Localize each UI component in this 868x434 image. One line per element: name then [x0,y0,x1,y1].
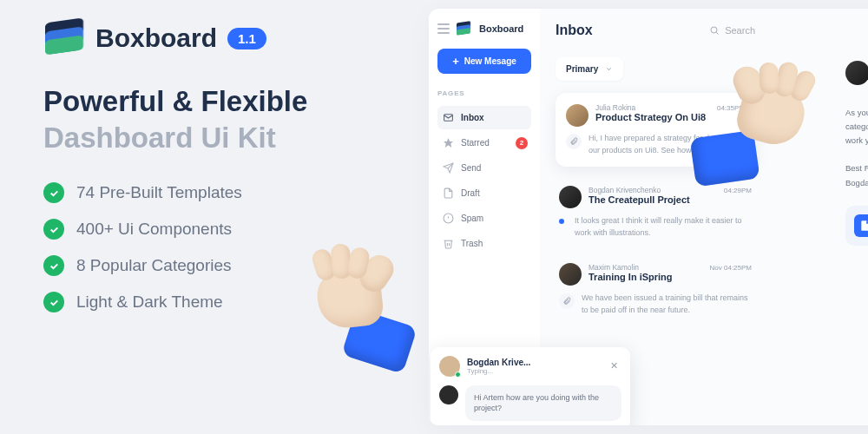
draft-icon [443,187,454,199]
sidebar-item-spam[interactable]: Spam [437,207,531,230]
attachment-icon [566,134,582,149]
sidebar-item-trash[interactable]: Trash [437,232,531,255]
check-icon [43,182,64,203]
document-icon [854,214,868,237]
message-item[interactable]: Maxim KamolinNov 04:25PM Training In iSp… [556,254,755,325]
typing-status: Typing... [467,367,530,375]
send-icon [443,162,454,174]
unread-badge: 2 [516,137,528,149]
trash-icon [443,238,454,249]
attachment-icon [559,293,575,309]
chat-message: Hi Artem how are you doing with the proj… [465,385,621,421]
page-title: Inbox [556,23,593,38]
message-signature: Best Regards, Bogdan at Unisense. [845,161,868,189]
feature-item: 74 Pre-Built Templates [43,182,408,203]
message-item[interactable]: Bogdan Krivenchenko04:29PM The Createpul… [556,177,755,247]
search-input[interactable]: Search [709,25,755,36]
pages-section-label: PAGES [437,89,531,97]
star-icon [443,137,454,148]
hand-illustration-icon [685,51,825,192]
online-status-icon [455,372,461,378]
menu-icon[interactable] [437,23,450,34]
check-icon [43,292,64,312]
message-subject: Training In iSpring [589,272,752,282]
boxboard-logo-icon [43,17,85,59]
hand-illustration-icon [304,247,417,360]
avatar [559,186,582,208]
search-icon [709,25,720,36]
svg-marker-1 [444,138,453,148]
promo-headline: Powerful & Flexible Dashboard Ui Kit [43,83,408,156]
check-icon [43,255,64,276]
filter-dropdown[interactable]: Primary [556,57,623,81]
svg-point-7 [711,27,717,33]
plus-icon: + [452,56,459,67]
sidebar-brand: Boxboard [479,23,523,34]
sidebar-item-draft[interactable]: Draft [437,181,531,205]
sidebar-item-starred[interactable]: Starred 2 [437,131,531,155]
avatar [845,61,868,85]
message-subject: The Createpull Project [589,194,752,205]
message-body: As you already know, you a new category … [845,106,868,148]
inbox-icon [443,112,454,123]
avatar [439,385,458,404]
chat-popup: Bogdan Krive... Typing... ✕ Hi Artem how… [431,347,630,425]
brand-name: Boxboard [95,23,217,53]
sidebar-item-send[interactable]: Send [437,156,531,180]
svg-line-8 [716,32,718,34]
version-badge: 1.1 [227,28,266,49]
chat-sender-name: Bogdan Krive... [467,358,530,367]
sidebar: Boxboard +New Mesage PAGES Inbox Starred… [429,9,540,425]
feature-item: 400+ Ui Components [43,219,408,240]
boxboard-logo-icon [457,21,472,36]
spam-icon [443,213,454,224]
check-icon [43,219,64,240]
unread-dot-icon [559,219,564,224]
new-message-button[interactable]: +New Mesage [437,49,531,74]
avatar [439,356,460,377]
sidebar-item-inbox[interactable]: Inbox [437,106,531,129]
chevron-down-icon [605,65,613,73]
file-attachment[interactable]: Boxboard 50 Kb [845,206,868,246]
avatar [566,104,589,127]
message-detail: Bogdan Krive bogdan@unise As you already… [845,61,868,246]
close-icon[interactable]: ✕ [606,358,621,374]
avatar [559,263,582,286]
